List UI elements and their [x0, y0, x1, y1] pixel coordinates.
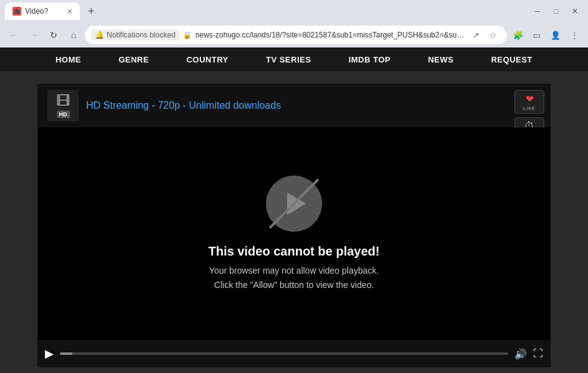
site-navigation: HOME GENRE COUNTRY TV SERIES IMDB TOP NE… — [0, 47, 588, 71]
nav-request[interactable]: REQUEST — [473, 47, 551, 71]
forward-button[interactable]: → — [25, 26, 42, 44]
video-error-title: This video cannot be played! — [208, 244, 380, 259]
lock-icon: 🔒 — [183, 31, 192, 39]
tab-close-button[interactable]: × — [67, 7, 72, 16]
address-bar-row: ← → ↻ ⌂ 🔔 Notifications blocked 🔒 news-z… — [0, 22, 588, 47]
progress-bar[interactable] — [60, 352, 508, 355]
film-reel-icon: 🎞 HD — [47, 90, 79, 121]
hd-badge: HD — [57, 111, 70, 118]
tab-favicon: 🎥 — [12, 7, 21, 16]
menu-button[interactable]: ⋮ — [566, 26, 583, 44]
page-content: 🎞 HD HD Streaming - 720p - Unlimited dow… — [0, 71, 588, 373]
video-player-area[interactable]: This video cannot be played! Your browse… — [37, 127, 551, 340]
nav-home[interactable]: HOME — [37, 47, 100, 71]
minimize-button[interactable]: ─ — [529, 3, 546, 19]
tab-bar-right: ─ □ ✕ — [529, 3, 583, 19]
active-tab[interactable]: 🎥 Video? × — [5, 2, 80, 20]
back-button[interactable]: ← — [5, 26, 22, 44]
address-text: news-zohugo.cc/lands/18/?site=8021587&su… — [195, 31, 464, 39]
cast-button[interactable]: ▭ — [528, 26, 546, 44]
home-button[interactable]: ⌂ — [65, 26, 82, 44]
volume-button[interactable]: 🔊 — [514, 348, 527, 360]
address-icons: ↗ ☆ — [468, 27, 501, 42]
nav-imdb-top[interactable]: IMDB TOP — [330, 47, 409, 71]
account-button[interactable]: 👤 — [547, 26, 564, 44]
progress-filled — [60, 352, 72, 355]
tab-bar: 🎥 Video? × + ─ □ ✕ — [0, 0, 588, 22]
extensions-button[interactable]: 🧩 — [509, 26, 527, 44]
share-page-button[interactable]: ↗ — [468, 27, 483, 42]
nav-country[interactable]: COUNTRY — [168, 47, 247, 71]
reel-symbol: 🎞 — [56, 93, 70, 109]
video-streaming-title: HD Streaming - 720p - Unlimited download… — [86, 100, 281, 111]
nav-news[interactable]: NEWS — [409, 47, 473, 71]
nav-tv-series[interactable]: TV SERIES — [247, 47, 330, 71]
video-wrapper: 🎞 HD HD Streaming - 720p - Unlimited dow… — [37, 84, 551, 367]
notification-blocked-indicator[interactable]: 🔔 Notifications blocked — [91, 29, 179, 41]
bookmark-button[interactable]: ☆ — [486, 27, 501, 42]
fullscreen-button[interactable]: ⛶ — [533, 348, 543, 359]
video-error-subtitle: Your browser may not allow video playbac… — [209, 264, 379, 292]
new-tab-button[interactable]: + — [82, 2, 100, 20]
notification-blocked-text: Notifications blocked — [107, 31, 175, 39]
bell-icon: 🔔 — [95, 31, 104, 39]
close-window-button[interactable]: ✕ — [567, 3, 583, 19]
browser-right-buttons: 🧩 ▭ 👤 ⋮ — [509, 26, 583, 44]
refresh-button[interactable]: ↻ — [45, 26, 62, 44]
heart-icon: ❤ — [526, 93, 534, 105]
like-button[interactable]: ❤ LIKE — [514, 90, 544, 114]
like-label: LIKE — [523, 106, 535, 111]
video-top-bar: 🎞 HD HD Streaming - 720p - Unlimited dow… — [37, 84, 551, 127]
maximize-button[interactable]: □ — [548, 3, 564, 19]
address-bar[interactable]: 🔔 Notifications blocked 🔒 news-zohugo.cc… — [85, 26, 507, 44]
play-blocked-icon — [266, 176, 322, 232]
tab-title: Video? — [25, 7, 64, 16]
nav-genre[interactable]: GENRE — [100, 47, 168, 71]
video-controls: ▶ 🔊 ⛶ — [37, 340, 551, 367]
play-triangle — [287, 192, 306, 215]
play-pause-button[interactable]: ▶ — [45, 347, 54, 361]
